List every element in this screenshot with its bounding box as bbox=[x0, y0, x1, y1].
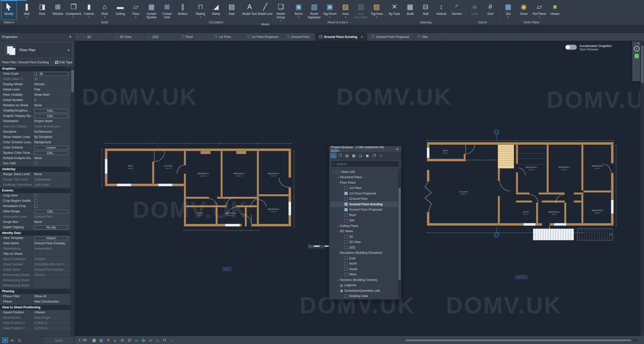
search-input[interactable] bbox=[337, 162, 387, 166]
shadows-icon[interactable]: ◐ bbox=[112, 337, 118, 343]
property-value[interactable]: <None> bbox=[33, 257, 70, 262]
search-box[interactable]: ⌕ bbox=[331, 161, 399, 167]
section-marker-top[interactable] bbox=[493, 128, 500, 139]
reveal-hidden-icon[interactable]: ∞ bbox=[133, 337, 139, 343]
property-edit-button[interactable]: Edit... bbox=[34, 109, 68, 113]
property-value[interactable] bbox=[33, 252, 70, 257]
railing-button[interactable]: ⊓Railing▾ bbox=[193, 1, 208, 20]
view-tab-site[interactable]: ❒Site bbox=[413, 33, 446, 41]
tree-item-north[interactable]: North bbox=[331, 261, 398, 267]
collapse-group-icon[interactable]: ⌃ bbox=[67, 231, 69, 236]
property-value[interactable]: <None> bbox=[33, 273, 70, 278]
shaft-button[interactable]: ▦Shaft bbox=[402, 1, 418, 20]
project-browser-titlebar[interactable]: Project Browser - 2 Old maidstone Rd, DA… bbox=[329, 146, 401, 152]
room-label[interactable]: BEDROOM 5 bbox=[268, 208, 279, 210]
scroll-down-icon[interactable]: ⌄ bbox=[398, 296, 401, 300]
drawing-canvas[interactable]: DOMV.UKDOMV.UKDOMV.UKDOMV.UKDOMV.UKDOMV.… bbox=[75, 41, 644, 336]
component-button[interactable]: ❒Component▾ bbox=[66, 1, 81, 20]
edit-type-button[interactable]: Edit Type bbox=[55, 61, 72, 64]
property-value[interactable]: Ground Floor-Existing bbox=[33, 241, 70, 246]
room-button[interactable]: ▣Room▾ bbox=[291, 1, 306, 20]
property-value[interactable]: Independent bbox=[33, 246, 70, 251]
tree-item-south[interactable]: South bbox=[331, 266, 398, 272]
property-value[interactable]: 0.0441 m bbox=[33, 321, 70, 326]
property-value[interactable]: DA145BA-XXX-XX-X... bbox=[33, 262, 70, 267]
close-icon[interactable]: ✕ bbox=[68, 35, 72, 39]
tree-item-1st-floor-proposed[interactable]: 1st Floor-Proposed bbox=[331, 191, 398, 196]
door-button[interactable]: ◨Door bbox=[34, 1, 50, 20]
property-edit-button[interactable]: Edit... bbox=[34, 114, 68, 118]
exist-view-title-label[interactable]: EXIST bbox=[223, 267, 231, 271]
room-label[interactable]: BEDROOM 5 bbox=[592, 210, 603, 211]
tree-item-ceiling-plans[interactable]: +Ceiling Plans bbox=[331, 223, 398, 229]
tree-item-building-data[interactable]: Building Data bbox=[331, 293, 398, 299]
mullion-button[interactable]: ∥Mullion bbox=[175, 1, 190, 20]
property-value[interactable]: Background bbox=[33, 140, 70, 145]
room-label[interactable]: KITCHEN bbox=[460, 191, 468, 193]
collapse-icon[interactable]: − bbox=[336, 181, 340, 184]
property-group-header[interactable]: Phasing⌃ bbox=[0, 288, 70, 294]
property-group-header[interactable]: View to Sheet Positioning⌃ bbox=[0, 305, 70, 310]
chevron-down-icon[interactable]: ▾ bbox=[67, 48, 70, 52]
steering-wheel-icon[interactable] bbox=[634, 46, 639, 52]
room-label[interactable]: BEDROOM 3 bbox=[549, 211, 560, 213]
collapse-group-icon[interactable]: ⌃ bbox=[67, 306, 69, 310]
curtain-grid-button[interactable]: ⊞Curtain Grid bbox=[159, 1, 175, 20]
view-tab-roof[interactable]: ❒Roof bbox=[177, 33, 210, 41]
room-label[interactable]: BEDROOM 4 bbox=[268, 173, 279, 174]
families-icon[interactable]: ▣ bbox=[364, 153, 370, 158]
column-button[interactable]: ▮Column▾ bbox=[81, 1, 97, 20]
wall-button[interactable]: ⊟Wall bbox=[418, 1, 433, 20]
legends-icon[interactable]: ▤ bbox=[344, 153, 350, 158]
tree-item-structural-plans[interactable]: +Structural Plans bbox=[331, 175, 398, 180]
displacement-icon[interactable]: ⌂ bbox=[154, 337, 160, 343]
model-text-button[interactable]: AModel Text bbox=[242, 1, 257, 20]
property-value[interactable]: Architectural bbox=[33, 129, 70, 134]
tree-item-3d-view[interactable]: 3D View bbox=[331, 239, 398, 245]
tree-item-site[interactable]: Site bbox=[331, 218, 398, 223]
view-tab-ground-floor-existing[interactable]: ❒Ground Floor-Existing✕ bbox=[315, 33, 367, 41]
room-label[interactable]: KITCHEN bbox=[164, 165, 173, 167]
expand-icon[interactable]: + bbox=[336, 176, 340, 179]
scroll-up-icon[interactable]: ⌃ bbox=[71, 66, 74, 69]
room-label[interactable]: BEDROOM 1 bbox=[198, 173, 209, 174]
area-button[interactable]: ▨Area▾ bbox=[338, 1, 353, 20]
property-value[interactable]: Fine bbox=[33, 87, 70, 92]
expand-icon[interactable]: + bbox=[336, 224, 340, 227]
property-value[interactable]: None bbox=[33, 220, 70, 225]
property-value[interactable]: Ground Floor bbox=[33, 214, 70, 219]
scrollbar-thumb[interactable] bbox=[641, 45, 643, 83]
tree-item-3d-views[interactable]: −3D Views bbox=[331, 229, 398, 234]
close-icon[interactable]: ✕ bbox=[395, 147, 399, 151]
property-edit-button[interactable]: Edit... bbox=[34, 210, 68, 214]
section-marker-bottom[interactable] bbox=[493, 227, 500, 238]
type-selector[interactable]: Floor Plan ▾ bbox=[2, 42, 72, 58]
view-cube-icon[interactable] bbox=[634, 54, 639, 58]
property-edit-button[interactable]: <None> bbox=[34, 236, 68, 240]
property-group-header[interactable]: Graphics⌃ bbox=[0, 66, 70, 71]
modify-button[interactable]: Modify bbox=[1, 1, 17, 20]
ribbon-group-label[interactable]: Select ▾ bbox=[1, 20, 17, 25]
window-button[interactable]: ⊞Window bbox=[50, 1, 66, 20]
groups-icon[interactable]: ❐ bbox=[371, 153, 377, 158]
property-edit-button[interactable]: No clip bbox=[34, 225, 68, 229]
collapse-group-icon[interactable]: ⌃ bbox=[67, 167, 69, 172]
schedules-icon[interactable]: ▦ bbox=[351, 153, 357, 158]
model-line-button[interactable]: ╱Model Line bbox=[257, 1, 273, 20]
curtain-system-button[interactable]: ▦Curtain System bbox=[144, 1, 159, 20]
tree-item-ground-floor-existing[interactable]: Ground Floor-Existing bbox=[331, 202, 398, 207]
property-value[interactable]: Show Both bbox=[33, 92, 70, 97]
property-checkbox[interactable] bbox=[34, 205, 37, 208]
view-tab-1st-floor-proposed[interactable]: ❒1st Floor-Proposed bbox=[243, 33, 283, 41]
collapse-group-icon[interactable]: ⌃ bbox=[67, 289, 69, 294]
property-value[interactable]: 0.2716 m bbox=[33, 326, 70, 331]
canvas-horizontal-scrollbar[interactable] bbox=[404, 339, 638, 341]
view-scale-label[interactable]: 1 : 50 bbox=[79, 338, 87, 342]
property-checkbox[interactable] bbox=[34, 194, 37, 197]
property-edit-button[interactable]: <none> bbox=[34, 146, 68, 150]
property-value[interactable]: Look down bbox=[33, 182, 70, 187]
property-value[interactable]: Ground Floor-Existin... bbox=[33, 267, 70, 272]
tree-item-1st-floor[interactable]: 1st Floor bbox=[331, 185, 398, 191]
view-tab-3d-view[interactable]: ⌂3D View bbox=[112, 33, 145, 41]
home-icon[interactable]: ⌂ bbox=[330, 153, 336, 158]
